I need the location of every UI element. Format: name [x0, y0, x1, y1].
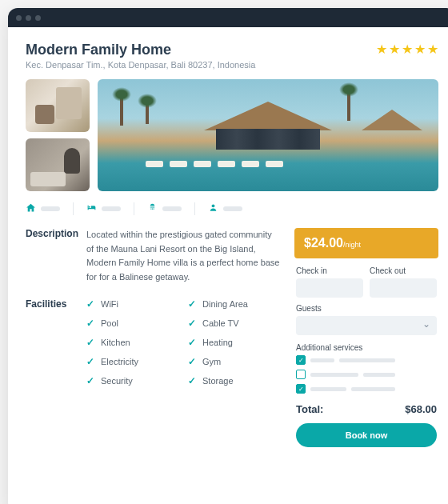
- checkin-label: Check in: [296, 266, 363, 275]
- spec-bar: [26, 202, 438, 215]
- check-icon: ✓: [86, 337, 94, 348]
- spec-guests: [195, 202, 255, 215]
- facility-item: ✓Security: [86, 375, 178, 386]
- facility-name: Kitchen: [101, 338, 130, 347]
- home-icon: [26, 202, 36, 215]
- check-icon: ✓: [86, 375, 94, 386]
- checkout-input[interactable]: [370, 278, 437, 298]
- spec-bed: [74, 202, 134, 215]
- guests-label: Guests: [296, 304, 437, 313]
- facility-item: ✓Dining Area: [188, 298, 280, 310]
- book-now-button[interactable]: Book now: [296, 423, 437, 447]
- service-placeholder: [363, 373, 395, 377]
- check-icon: ✓: [86, 356, 94, 367]
- person-icon: [208, 202, 218, 215]
- service-placeholder: [339, 358, 395, 362]
- header-row: Modern Family Home Kec. Denpasar Tim., K…: [26, 42, 438, 70]
- facility-name: Cable TV: [202, 318, 239, 328]
- facility-name: Heating: [202, 338, 233, 347]
- checkin-input[interactable]: [296, 278, 363, 298]
- service-placeholder: [310, 358, 334, 362]
- rating-stars: ★ ★ ★ ★ ★: [376, 42, 438, 57]
- service-placeholder: [310, 373, 358, 377]
- additional-label: Additional services: [296, 343, 437, 352]
- checkout-label: Check out: [370, 266, 437, 275]
- service-item: [296, 370, 437, 379]
- facility-item: ✓Heating: [188, 337, 280, 348]
- total-value: $68.00: [405, 403, 437, 415]
- shower-icon: [147, 202, 158, 215]
- checkout-field: Check out: [370, 266, 437, 298]
- facility-item: ✓Gym: [188, 356, 280, 367]
- additional-services: Additional services ✓ ✓: [296, 343, 437, 394]
- booking-panel: $24.00/night Check in Check out: [294, 228, 438, 447]
- facility-item: ✓Storage: [188, 375, 280, 386]
- spec-placeholder: [162, 206, 182, 211]
- description-text: Located within the prestigious gated com…: [86, 228, 280, 284]
- star-icon: ★: [402, 42, 413, 57]
- svg-point-1: [212, 204, 215, 207]
- content-area: Modern Family Home Kec. Denpasar Tim., K…: [8, 27, 448, 504]
- star-icon: ★: [414, 42, 426, 57]
- facility-item: ✓Electricity: [86, 356, 178, 367]
- spec-placeholder: [41, 206, 60, 211]
- price-value: $24.00: [304, 236, 343, 250]
- service-item: ✓: [296, 355, 437, 365]
- facility-item: ✓Kitchen: [86, 337, 178, 348]
- listing-address: Kec. Denpasar Tim., Kota Denpasar, Bali …: [26, 60, 255, 70]
- facilities-label: Facilities: [26, 298, 75, 310]
- gallery-thumbnail[interactable]: [26, 79, 90, 132]
- check-icon: ✓: [86, 318, 94, 329]
- spec-placeholder: [102, 206, 121, 211]
- window-title-bar: [8, 8, 448, 27]
- star-icon: ★: [376, 42, 387, 57]
- description-section: Description Located within the prestigio…: [26, 228, 280, 284]
- description-label: Description: [26, 228, 75, 239]
- thumbnail-column: [26, 79, 90, 191]
- facility-item: ✓Cable TV: [188, 318, 280, 329]
- photo-gallery: [26, 79, 438, 191]
- main-photo[interactable]: [98, 79, 438, 191]
- service-checkbox[interactable]: ✓: [296, 384, 306, 394]
- check-icon: ✓: [188, 375, 196, 386]
- facility-name: WiFi: [101, 299, 118, 309]
- star-icon: ★: [427, 42, 438, 57]
- checkin-field: Check in: [296, 266, 363, 298]
- window-dot: [35, 15, 41, 21]
- total-row: Total: $68.00: [296, 403, 437, 415]
- window-dot: [26, 15, 31, 21]
- service-checkbox[interactable]: [296, 370, 306, 379]
- check-icon: ✓: [188, 337, 196, 348]
- facilities-section: Facilities ✓WiFi ✓Dining Area ✓Pool ✓Cab…: [26, 298, 280, 386]
- check-icon: ✓: [86, 298, 94, 310]
- facility-name: Gym: [202, 357, 221, 366]
- service-placeholder: [310, 387, 346, 391]
- gallery-thumbnail[interactable]: [26, 138, 90, 191]
- window-dot: [16, 15, 22, 21]
- facility-item: ✓Pool: [86, 318, 178, 329]
- details-column: Description Located within the prestigio…: [26, 228, 280, 447]
- facilities-grid: ✓WiFi ✓Dining Area ✓Pool ✓Cable TV ✓Kitc…: [86, 298, 280, 386]
- facility-name: Electricity: [101, 357, 138, 366]
- star-icon: ★: [389, 42, 400, 57]
- title-block: Modern Family Home Kec. Denpasar Tim., K…: [26, 42, 255, 70]
- price-unit: /night: [343, 241, 361, 249]
- service-checkbox[interactable]: ✓: [296, 355, 306, 365]
- service-placeholder: [351, 387, 395, 391]
- bed-icon: [86, 202, 97, 215]
- price-banner: $24.00/night: [294, 228, 438, 258]
- booking-form: Check in Check out Guests: [294, 258, 438, 447]
- facility-name: Pool: [101, 318, 118, 328]
- guests-select[interactable]: [296, 316, 437, 335]
- service-item: ✓: [296, 384, 437, 394]
- guests-select-wrap: [296, 316, 437, 335]
- check-icon: ✓: [188, 318, 196, 329]
- total-label: Total:: [296, 403, 323, 415]
- facility-name: Security: [101, 376, 133, 386]
- facility-name: Dining Area: [202, 299, 248, 309]
- main-columns: Description Located within the prestigio…: [26, 228, 438, 447]
- spec-bath: [134, 202, 195, 215]
- spec-home: [26, 202, 74, 215]
- listing-window: Modern Family Home Kec. Denpasar Tim., K…: [8, 8, 448, 504]
- check-icon: ✓: [188, 298, 196, 310]
